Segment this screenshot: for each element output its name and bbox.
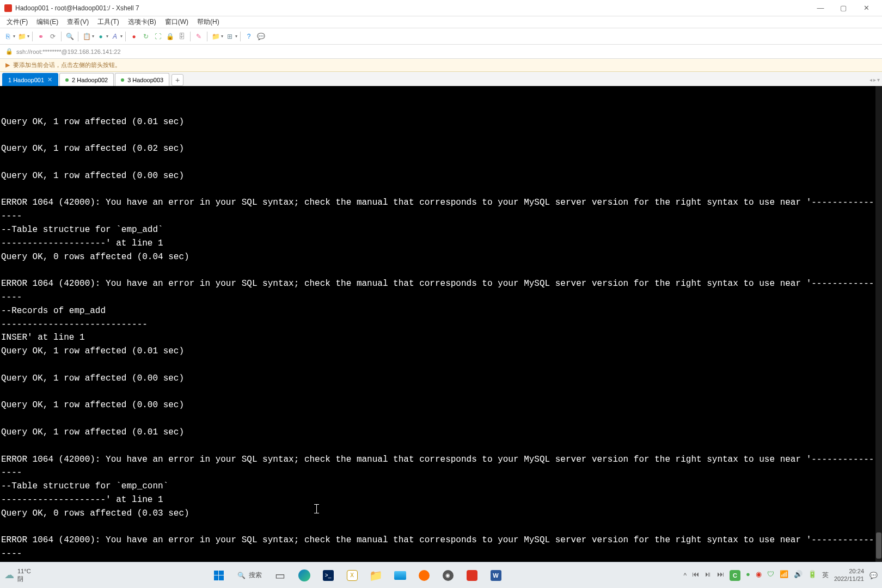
taskview-icon[interactable]: ▭: [270, 565, 291, 586]
tab-label: 1 Hadoop001: [8, 77, 44, 83]
terminal-line: Query OK, 1 row affected (0.02 sec): [1, 142, 881, 156]
clock-time: 20:24: [834, 568, 864, 575]
info-bar: ▶ 要添加当前会话，点击左侧的箭头按钮。: [0, 59, 882, 72]
tab-menu-icon[interactable]: ▾: [877, 77, 880, 83]
tray-play-icon[interactable]: ⏯: [705, 570, 712, 581]
terminal-line: ----: [1, 291, 881, 304]
dropdown-icon[interactable]: ▾: [120, 34, 122, 39]
terminal-line: [1, 183, 881, 197]
dropdown-icon[interactable]: ▾: [92, 34, 94, 39]
tab-add-button[interactable]: +: [171, 74, 183, 86]
tray-notify-icon[interactable]: 💬: [869, 572, 878, 579]
address-text: ssh://root:********@192.168.126.141:22: [16, 48, 121, 55]
terminal-line: Query OK, 0 rows affected (0.03 sec): [1, 507, 881, 520]
powershell-icon[interactable]: >_: [317, 565, 339, 586]
fullscreen-icon[interactable]: ⛶: [152, 31, 163, 42]
menu-file[interactable]: 文件(F): [2, 16, 32, 28]
search-button[interactable]: 🔍 搜索: [232, 567, 267, 584]
font-icon[interactable]: A: [109, 31, 120, 42]
globe-icon[interactable]: ●: [95, 31, 106, 42]
terminal-line: Query OK, 1 row affected (0.01 sec): [1, 426, 881, 439]
dropdown-icon[interactable]: ▾: [221, 34, 223, 39]
tab-next-icon[interactable]: ▸: [873, 77, 876, 83]
minimize-button[interactable]: —: [809, 1, 832, 16]
dropdown-icon[interactable]: ▾: [235, 34, 237, 39]
new-session-icon[interactable]: ⎘: [2, 31, 13, 42]
terminal-line: [1, 439, 881, 453]
terminal-line: Query OK, 1 row affected (0.00 sec): [1, 169, 881, 183]
tab-label: 3 Hadoop003: [127, 77, 163, 83]
tray-volume-icon[interactable]: 🔊: [794, 570, 803, 581]
folder2-icon[interactable]: 📁: [210, 31, 221, 42]
explorer-icon[interactable]: 📁: [365, 565, 387, 586]
separator: [190, 32, 191, 41]
tab-close-icon[interactable]: ✕: [47, 76, 52, 83]
tray-service-icon[interactable]: C: [730, 570, 740, 581]
edge-icon[interactable]: [293, 565, 315, 586]
chat-icon[interactable]: 💬: [255, 31, 266, 42]
tab-hadoop002[interactable]: 2 Hadoop002: [59, 73, 114, 86]
tray-wifi-icon[interactable]: 📶: [780, 570, 788, 581]
terminal-line: --Records of emp_add: [1, 304, 881, 318]
clock-date: 2022/11/21: [834, 575, 864, 583]
maximize-button[interactable]: ▢: [832, 1, 855, 16]
search-icon[interactable]: 🔍: [64, 31, 75, 42]
reconnect-icon[interactable]: ⟳: [47, 31, 58, 42]
open-icon[interactable]: 📁: [16, 31, 27, 42]
menu-tabs[interactable]: 选项卡(B): [124, 16, 161, 28]
tray-safe-icon[interactable]: 🛡: [767, 570, 774, 581]
weather-widget[interactable]: ☁ 11°C 阴: [4, 568, 31, 582]
tray-netease-icon[interactable]: ◉: [756, 570, 762, 581]
dropdown-icon[interactable]: ▾: [13, 34, 15, 39]
scrollbar-thumb[interactable]: [876, 532, 881, 559]
layout-icon[interactable]: ⊞: [224, 31, 235, 42]
tray-wechat-icon[interactable]: ●: [746, 570, 750, 581]
xshell-taskbar-icon[interactable]: X: [341, 565, 363, 586]
link-icon[interactable]: ⚭: [35, 31, 46, 42]
tray-expand-icon[interactable]: ^: [683, 572, 687, 579]
record-icon[interactable]: ●: [128, 31, 139, 42]
terminal-line: ERROR 1064 (42000): You have an error in…: [1, 453, 881, 467]
start-button[interactable]: [208, 565, 230, 586]
titlebar: Hadoop001 - root@Hadoop001:/ - Xshell 7 …: [0, 0, 882, 16]
terminal-line: [1, 358, 881, 372]
clock[interactable]: 20:24 2022/11/21: [834, 568, 864, 582]
obs-icon[interactable]: ◉: [437, 565, 459, 586]
highlight-icon[interactable]: ✎: [193, 31, 204, 42]
lock-icon: 🔒: [5, 48, 13, 55]
dropdown-icon[interactable]: ▾: [106, 34, 108, 39]
menu-edit[interactable]: 编辑(E): [32, 16, 63, 28]
tray-next-icon[interactable]: ⏭: [717, 570, 724, 581]
menu-view[interactable]: 查看(V): [63, 16, 93, 28]
lock-icon[interactable]: 🔒: [164, 31, 175, 42]
mail-icon[interactable]: [389, 565, 411, 586]
todesk-icon[interactable]: [413, 565, 435, 586]
word-icon[interactable]: W: [485, 565, 507, 586]
separator: [78, 32, 78, 41]
ime-indicator[interactable]: 英: [822, 571, 829, 580]
menu-tools[interactable]: 工具(T): [93, 16, 123, 28]
briefcase-icon[interactable]: 🗄: [176, 31, 187, 42]
menu-help[interactable]: 帮助(H): [193, 16, 224, 28]
bookmark-icon[interactable]: ▶: [5, 62, 10, 69]
close-button[interactable]: ✕: [855, 1, 878, 16]
dropdown-icon[interactable]: ▾: [27, 34, 29, 39]
tab-hadoop001[interactable]: 1 Hadoop001 ✕: [2, 73, 58, 86]
help-icon[interactable]: ?: [243, 31, 254, 42]
tab-hadoop003[interactable]: 3 Hadoop003: [115, 73, 169, 86]
tab-prev-icon[interactable]: ◂: [869, 77, 872, 83]
menu-window[interactable]: 窗口(W): [161, 16, 193, 28]
info-text: 要添加当前会话，点击左侧的箭头按钮。: [13, 61, 121, 69]
separator: [207, 32, 207, 41]
search-label: 搜索: [249, 571, 262, 580]
search-icon: 🔍: [237, 572, 246, 579]
xshell2-icon[interactable]: [461, 565, 483, 586]
refresh-icon[interactable]: ↻: [140, 31, 151, 42]
copy-icon[interactable]: 📋: [81, 31, 92, 42]
terminal-line: ERROR 1064 (42000): You have an error in…: [1, 277, 881, 291]
terminal[interactable]: Query OK, 1 row affected (0.01 sec) Quer…: [0, 86, 882, 565]
tray-prev-icon[interactable]: ⏮: [692, 570, 699, 581]
tray-battery-icon[interactable]: 🔋: [808, 570, 817, 581]
address-bar[interactable]: 🔒 ssh://root:********@192.168.126.141:22: [0, 45, 882, 59]
terminal-scrollbar[interactable]: [875, 86, 882, 565]
